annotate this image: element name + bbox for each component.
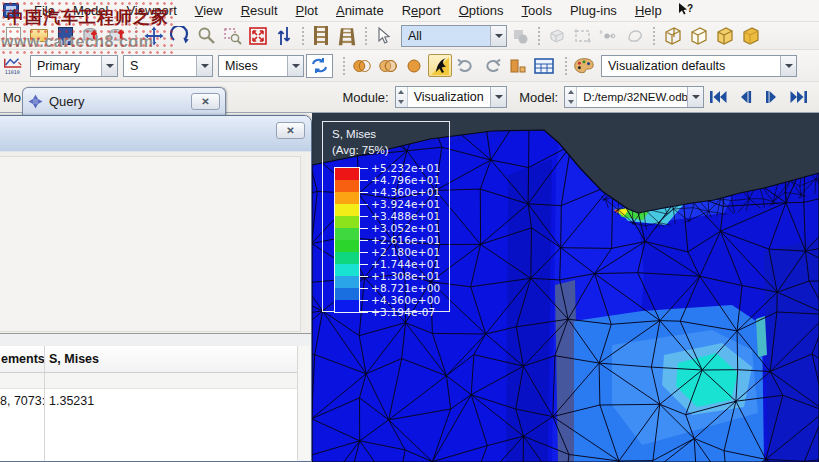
panel-titlebar[interactable]: ✕ (0, 116, 311, 152)
rotate-view-icon[interactable] (168, 24, 192, 47)
legend-value: +2.616e+01 (371, 234, 440, 246)
legend-tick (360, 180, 368, 181)
legend-swatch (335, 216, 359, 228)
chevron-down-icon[interactable] (490, 87, 506, 107)
app-icon (3, 3, 19, 18)
filled-render-icon[interactable] (738, 24, 762, 47)
menu-report[interactable]: Report (393, 1, 450, 21)
create-display-group-icon[interactable] (506, 54, 530, 77)
chevron-down-icon[interactable] (490, 26, 506, 46)
svg-text:?: ? (687, 3, 693, 14)
menu-plot[interactable]: Plot (287, 1, 327, 21)
chevron-down-icon[interactable] (780, 56, 796, 76)
wireframe-render-icon[interactable] (660, 24, 684, 47)
field-output-toolbar: 11010 Primary S Mises Visuali (0, 50, 819, 82)
chevron-down-icon[interactable] (287, 56, 303, 76)
query-dialog[interactable]: Query ✕ (22, 87, 226, 115)
chevron-down-icon[interactable] (687, 87, 703, 107)
menu-plug-ins[interactable]: Plug-ins (561, 1, 626, 21)
query-dialog-title: Query (49, 94, 191, 109)
magnify-view-icon[interactable] (194, 24, 218, 47)
field-variable-combo[interactable]: S (123, 55, 213, 77)
open-file-icon[interactable] (27, 24, 51, 47)
menu-items: FileModelViewportViewResultPlotAnimateRe… (25, 1, 671, 21)
column-divider (44, 346, 45, 461)
pan-view-icon[interactable] (142, 24, 166, 47)
previous-frame-button[interactable] (734, 87, 755, 107)
legend-tick (360, 312, 368, 313)
menu-tools[interactable]: Tools (513, 1, 561, 21)
probe-arrow-tool[interactable] (428, 54, 452, 77)
fetch-odb-icon[interactable] (105, 24, 129, 47)
view-cut-icon[interactable] (545, 24, 569, 47)
menu-animate[interactable]: Animate (327, 1, 393, 21)
view-options-track-icon[interactable] (309, 24, 333, 47)
invariant-combo[interactable]: Mises (218, 55, 304, 77)
shaded-render-icon[interactable] (712, 24, 736, 47)
circle-single-icon[interactable] (402, 54, 426, 77)
first-frame-button[interactable] (707, 87, 728, 107)
legend-subtitle: (Avg: 75%) (332, 144, 389, 156)
contour-legend: S, Mises (Avg: 75%) +5.232e+01+4.796e+01… (322, 121, 450, 312)
legend-value: +3.924e+01 (371, 198, 440, 210)
next-frame-button[interactable] (761, 87, 782, 107)
fit-view-icon[interactable] (246, 24, 270, 47)
menu-viewport[interactable]: Viewport (117, 1, 185, 21)
selection-filter-combo[interactable]: All (401, 25, 507, 47)
new-file-icon[interactable] (1, 24, 25, 47)
legend-swatch (335, 192, 359, 204)
menu-result[interactable]: Result (232, 1, 287, 21)
object-overlap-icon[interactable] (508, 24, 532, 47)
panel-close-button[interactable]: ✕ (276, 122, 305, 139)
chevron-down-icon[interactable] (101, 56, 117, 76)
model-combo-value: D:/temp/32NEW.odb (577, 87, 687, 107)
menu-options[interactable]: Options (450, 1, 513, 21)
spinner-icon[interactable] (396, 87, 408, 107)
undo-icon[interactable] (454, 54, 478, 77)
legend-tick (360, 204, 368, 205)
chevron-down-icon[interactable] (196, 56, 212, 76)
refresh-plot-button[interactable] (306, 54, 333, 78)
spinner-icon[interactable] (565, 87, 577, 107)
model-tree-tab-clipped[interactable]: Mo (3, 90, 22, 105)
position-combo[interactable]: Primary (30, 55, 118, 77)
save-session-icon[interactable] (53, 24, 77, 47)
manipulate-hand-icon[interactable] (623, 24, 647, 47)
cycle-views-icon[interactable] (272, 24, 296, 47)
menu-file[interactable]: File (25, 1, 64, 21)
query-compass-icon (28, 94, 43, 109)
redo-icon[interactable] (480, 54, 504, 77)
hiddenline-render-icon[interactable] (686, 24, 710, 47)
point-display-icon[interactable] (597, 24, 621, 47)
panel-scrollbar[interactable] (297, 346, 310, 460)
query-results-panel[interactable]: ✕ ements S, Mises 8, 7073: 1.35231 (0, 115, 312, 462)
venn-left-icon[interactable] (350, 54, 374, 77)
fetch-results-icon[interactable] (79, 24, 103, 47)
module-combo-value: Visualization (408, 87, 491, 107)
legend-swatch (335, 276, 359, 288)
box-zoom-icon[interactable] (220, 24, 244, 47)
venn-both-icon[interactable] (376, 54, 400, 77)
legend-value: +2.180e+01 (371, 246, 440, 258)
context-help-icon[interactable]: ? (677, 2, 693, 19)
legend-value: +1.308e+01 (371, 270, 440, 282)
perspective-track-icon[interactable] (335, 24, 359, 47)
menu-view[interactable]: View (186, 1, 232, 21)
legend-tick (360, 216, 368, 217)
module-combo[interactable]: Visualization (395, 86, 508, 108)
color-code-defaults-combo[interactable]: Visualization defaults (601, 55, 797, 77)
color-palette-icon[interactable] (572, 54, 596, 77)
query-close-button[interactable]: ✕ (191, 93, 220, 110)
spreadsheet-icon[interactable] (532, 54, 556, 77)
menu-help[interactable]: Help (626, 1, 671, 21)
last-frame-button[interactable] (788, 87, 809, 107)
column-header-mises: S, Mises (44, 352, 99, 366)
field-output-dialog-icon[interactable]: 11010 (1, 54, 25, 77)
module-label: Module: (342, 90, 388, 105)
legend-swatch (335, 264, 359, 276)
menu-model[interactable]: Model (64, 1, 117, 21)
legend-value: +5.232e+01 (371, 162, 440, 174)
dashed-region-icon[interactable] (571, 24, 595, 47)
select-cursor-icon[interactable] (372, 24, 396, 47)
model-combo[interactable]: D:/temp/32NEW.odb (564, 86, 704, 108)
